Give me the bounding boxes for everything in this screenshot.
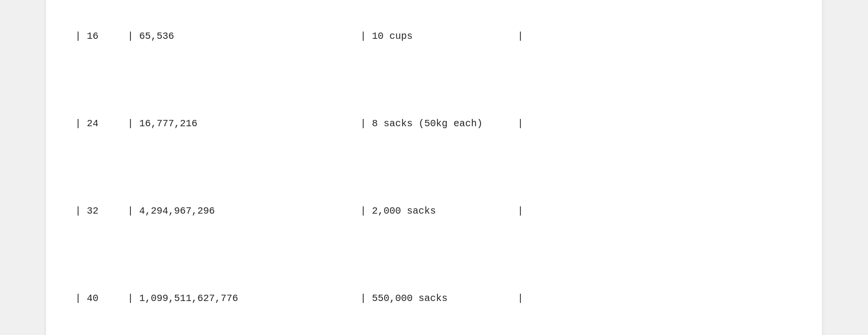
main-card: | Square | Grains Of Rice | How Many Tha… <box>46 0 822 335</box>
table-row: | 40 | 1,099,511,627,776 | 550,000 sacks… <box>75 290 793 307</box>
table-row: | 32 | 4,294,967,296 | 2,000 sacks | <box>75 202 793 220</box>
table-row: | 16 | 65,536 | 10 cups | <box>75 28 793 45</box>
table-row: | 24 | 16,777,216 | 8 sacks (50kg each) … <box>75 115 793 133</box>
table-container: | Square | Grains Of Rice | How Many Tha… <box>75 0 793 335</box>
